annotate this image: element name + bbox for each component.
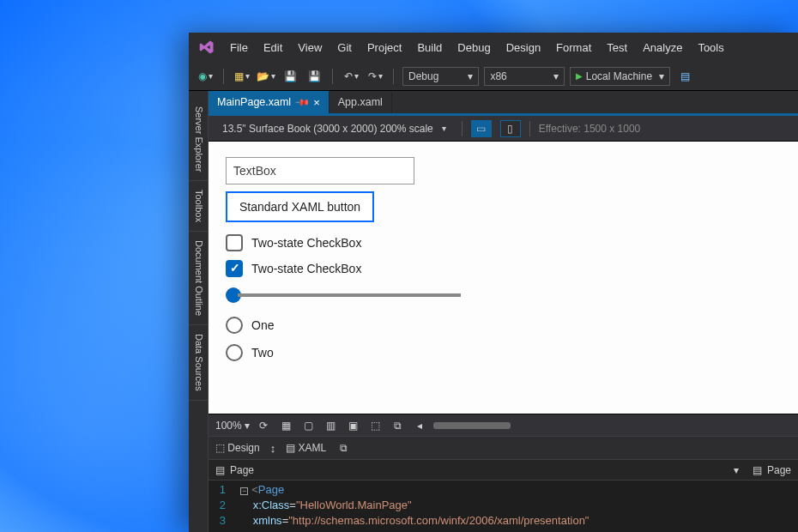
checkbox-checked[interactable] bbox=[226, 260, 243, 277]
radio-label: One bbox=[251, 318, 274, 332]
design-canvas[interactable]: TextBox Standard XAML button Two-state C… bbox=[209, 142, 798, 414]
checkbox-unchecked[interactable] bbox=[226, 234, 243, 251]
menu-design[interactable]: Design bbox=[506, 41, 541, 54]
popout-icon[interactable]: ⧉ bbox=[389, 418, 406, 433]
code-line[interactable]: 3 xmlns="http://schemas.microsoft.com/wi… bbox=[209, 513, 798, 529]
toolbox-tab[interactable]: Toolbox bbox=[189, 181, 208, 232]
xaml-breadcrumb: ▤ Page ▾ ▤ Page bbox=[209, 460, 798, 481]
menu-analyze[interactable]: Analyze bbox=[643, 41, 682, 54]
new-item-button[interactable]: ▦ bbox=[233, 67, 251, 86]
redo-button[interactable]: ↷ bbox=[366, 67, 384, 86]
refresh-icon[interactable]: ⟳ bbox=[255, 418, 272, 433]
boundary-icon[interactable]: ▣ bbox=[344, 418, 361, 433]
data-sources-tab[interactable]: Data Sources bbox=[189, 325, 208, 401]
zoom-dropdown[interactable]: 100% ▾ bbox=[215, 420, 250, 432]
play-icon: ▶ bbox=[576, 71, 583, 81]
tab-label: MainPage.xaml bbox=[217, 96, 291, 108]
landscape-button[interactable]: ▭ bbox=[471, 120, 492, 137]
line-number: 3 bbox=[209, 513, 234, 529]
tab-label: App.xaml bbox=[338, 96, 383, 108]
menu-debug[interactable]: Debug bbox=[457, 41, 490, 54]
horizontal-scrollbar[interactable] bbox=[433, 421, 791, 430]
menu-bar: File Edit View Git Project Build Debug D… bbox=[189, 33, 798, 62]
design-pane-tab[interactable]: ⬚ Design bbox=[215, 442, 260, 454]
tab-mainpage[interactable]: MainPage.xaml 📌 × bbox=[209, 91, 329, 113]
live-tree-button[interactable]: ▤ bbox=[675, 67, 694, 86]
vs-logo-icon bbox=[199, 39, 215, 55]
snap-lines-icon[interactable]: ▥ bbox=[322, 418, 339, 433]
document-tabs: MainPage.xaml 📌 × App.xaml bbox=[209, 91, 798, 113]
menu-view[interactable]: View bbox=[298, 41, 322, 54]
code-line[interactable]: 2 x:Class="HelloWorld.MainPage" bbox=[209, 498, 798, 513]
xaml-editor[interactable]: 1 −<Page2 x:Class="HelloWorld.MainPage"3… bbox=[209, 481, 798, 532]
code-content: x:Class="HelloWorld.MainPage" bbox=[234, 498, 412, 513]
portrait-button[interactable]: ▯ bbox=[500, 120, 521, 137]
separator bbox=[462, 121, 462, 136]
save-all-button[interactable]: 💾 bbox=[305, 67, 323, 86]
platform-dropdown[interactable]: x86▾ bbox=[484, 67, 564, 86]
config-dropdown[interactable]: Debug▾ bbox=[402, 67, 479, 86]
menu-format[interactable]: Format bbox=[556, 41, 591, 54]
crumb-left[interactable]: ▤ Page bbox=[209, 464, 261, 476]
save-button[interactable]: 💾 bbox=[281, 67, 299, 86]
grid-icon[interactable]: ▦ bbox=[277, 418, 294, 433]
left-tool-tabs: Server Explorer Toolbox Document Outline… bbox=[189, 91, 209, 532]
close-icon[interactable]: × bbox=[313, 96, 320, 109]
radio-two[interactable] bbox=[226, 344, 243, 361]
designer-header: 13.5" Surface Book (3000 x 2000) 200% sc… bbox=[209, 116, 798, 142]
scroll-left-icon[interactable]: ◂ bbox=[411, 418, 428, 433]
open-file-button[interactable]: 📂 bbox=[257, 67, 275, 86]
crumb-dropdown-icon[interactable]: ▾ bbox=[727, 464, 746, 476]
radio-one[interactable] bbox=[226, 317, 243, 334]
tab-appxaml[interactable]: App.xaml bbox=[329, 91, 392, 113]
swap-panes-button[interactable]: ↕ bbox=[270, 442, 276, 455]
pin-icon[interactable]: 📌 bbox=[294, 94, 311, 110]
zoom-toolbar: 100% ▾ ⟳ ▦ ▢ ▥ ▣ ⬚ ⧉ ◂ bbox=[209, 414, 798, 436]
popout-xaml-icon[interactable]: ⧉ bbox=[340, 442, 348, 454]
separator bbox=[529, 121, 530, 136]
design-xaml-split: ⬚ Design ↕ ▤ XAML ⧉ bbox=[209, 436, 798, 460]
device-icon[interactable]: ⬚ bbox=[366, 418, 384, 433]
undo-button[interactable]: ↶ bbox=[342, 67, 360, 86]
toolbar-separator bbox=[393, 69, 394, 84]
code-content: −<Page bbox=[234, 482, 284, 498]
run-button[interactable]: ▶Local Machine▾ bbox=[570, 67, 670, 86]
checkbox-label: Two-state CheckBox bbox=[251, 262, 361, 275]
visual-studio-window: File Edit View Git Project Build Debug D… bbox=[189, 33, 798, 532]
menu-git[interactable]: Git bbox=[337, 41, 352, 54]
device-dropdown[interactable]: 13.5" Surface Book (3000 x 2000) 200% sc… bbox=[215, 119, 453, 138]
line-number: 2 bbox=[209, 498, 234, 513]
effective-resolution: Effective: 1500 x 1000 bbox=[539, 123, 641, 135]
menu-tools[interactable]: Tools bbox=[698, 41, 723, 54]
toolbar-separator bbox=[332, 69, 333, 84]
landscape-icon: ▭ bbox=[476, 123, 486, 135]
menu-file[interactable]: File bbox=[230, 41, 248, 54]
slider-control[interactable] bbox=[226, 287, 781, 303]
xaml-pane-tab[interactable]: ▤ XAML bbox=[286, 442, 326, 454]
menu-build[interactable]: Build bbox=[417, 41, 442, 54]
nav-back-button[interactable]: ◉ bbox=[196, 67, 215, 86]
menu-edit[interactable]: Edit bbox=[263, 41, 282, 54]
radio-label: Two bbox=[251, 346, 274, 360]
crumb-right[interactable]: ▤ Page bbox=[746, 464, 798, 476]
portrait-icon: ▯ bbox=[507, 123, 513, 135]
textbox-control[interactable]: TextBox bbox=[226, 157, 414, 184]
server-explorer-tab[interactable]: Server Explorer bbox=[189, 98, 208, 181]
code-content: xmlns="http://schemas.microsoft.com/winf… bbox=[234, 513, 589, 529]
line-number: 1 bbox=[209, 482, 234, 498]
snap-grid-icon[interactable]: ▢ bbox=[299, 418, 317, 433]
document-outline-tab[interactable]: Document Outline bbox=[189, 232, 208, 325]
menu-test[interactable]: Test bbox=[607, 41, 627, 54]
slider-track bbox=[238, 293, 461, 297]
menu-project[interactable]: Project bbox=[367, 41, 402, 54]
xaml-button-control[interactable]: Standard XAML button bbox=[226, 191, 374, 222]
main-toolbar: ◉ ▦ 📂 💾 💾 ↶ ↷ Debug▾ x86▾ ▶Local Machine… bbox=[189, 62, 798, 91]
checkbox-label: Two-state CheckBox bbox=[251, 236, 361, 250]
toolbar-separator bbox=[223, 69, 224, 84]
code-line[interactable]: 1 −<Page bbox=[209, 482, 798, 498]
